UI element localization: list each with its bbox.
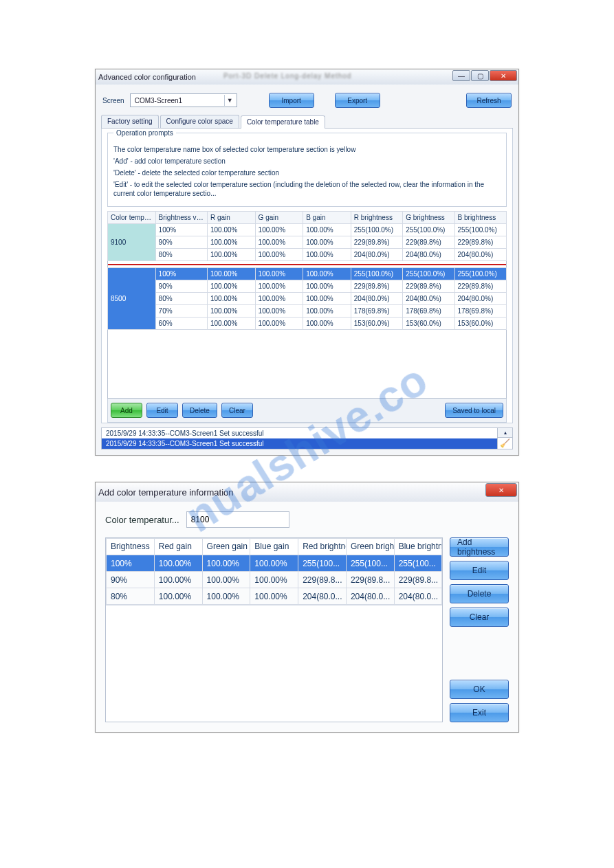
cell[interactable]: 100% (155, 224, 207, 236)
brightness-table[interactable]: Brightness Red gain Green gain Blue gain… (106, 538, 442, 605)
close-button[interactable]: ✕ (485, 483, 517, 497)
cell[interactable]: 255(100.0%) (403, 224, 454, 236)
cell[interactable]: 100.00% (303, 280, 351, 293)
table-row[interactable]: 9100100%100.00%100.00%100.00%255(100.0%)… (108, 224, 507, 236)
cell[interactable]: 100.00% (303, 268, 351, 280)
cell[interactable]: 100% (107, 555, 155, 572)
col-blue-gain[interactable]: Blue gain (250, 539, 298, 555)
cell[interactable]: 255(100.0%) (351, 224, 402, 236)
cell[interactable]: 100.00% (255, 280, 303, 293)
cell[interactable]: 100.00% (255, 305, 303, 318)
color-temp-cell[interactable]: 8500 (108, 268, 156, 330)
col-blue-brightness[interactable]: Blue brightness (394, 539, 441, 555)
cell[interactable]: 100.00% (250, 588, 298, 605)
log-row[interactable]: 2015/9/29 14:33:35--COM3-Screen1 Set suc… (102, 428, 497, 438)
cell[interactable]: 100.00% (303, 224, 351, 236)
cell[interactable]: 90% (107, 572, 155, 588)
cell[interactable]: 100.00% (250, 555, 298, 572)
cell[interactable]: 255(100... (298, 555, 347, 572)
cell[interactable]: 229(89.8%) (351, 236, 402, 249)
exit-button[interactable]: Exit (450, 703, 509, 722)
cell[interactable]: 229(89.8%) (454, 236, 506, 249)
col-g-brightness[interactable]: G brightness (403, 212, 454, 224)
edit-button[interactable]: Edit (146, 403, 178, 418)
col-green-brightness[interactable]: Green brightness (346, 539, 394, 555)
cell[interactable]: 100.00% (207, 318, 255, 330)
cell[interactable]: 255(100... (346, 555, 394, 572)
ok-button[interactable]: OK (450, 680, 509, 699)
cell[interactable]: 100.00% (202, 572, 250, 588)
cell[interactable]: 100.00% (207, 305, 255, 318)
cell[interactable]: 178(69.8%) (403, 305, 454, 318)
color-temperature-table[interactable]: Color temperature Brightness value R gai… (107, 211, 507, 330)
cell[interactable]: 80% (155, 249, 207, 261)
col-color-temperature[interactable]: Color temperature (108, 212, 156, 224)
edit-button[interactable]: Edit (450, 561, 509, 580)
titlebar[interactable]: Add color temperature information ✕ (96, 482, 518, 502)
col-brightness[interactable]: Brightness (107, 539, 155, 555)
scroll-up-button[interactable]: ▴ (497, 428, 512, 438)
cell[interactable]: 100% (155, 268, 207, 280)
cell[interactable]: 100.00% (255, 268, 303, 280)
cell[interactable]: 100.00% (250, 572, 298, 588)
table-row[interactable]: 60%100.00%100.00%100.00%153(60.0%)153(60… (108, 318, 507, 330)
cell[interactable]: 229(89.8... (394, 572, 441, 588)
cell[interactable]: 204(80.0%) (403, 249, 454, 261)
cell[interactable]: 153(60.0%) (403, 318, 454, 330)
cell[interactable]: 178(69.8%) (351, 305, 402, 318)
table-row[interactable]: 80%100.00%100.00%100.00%204(80.0%)204(80… (108, 249, 507, 261)
table-row[interactable]: 80%100.00%100.00%100.00%204(80.0...204(8… (107, 588, 442, 605)
cell[interactable]: 255(100.0%) (351, 268, 402, 280)
cell[interactable]: 90% (155, 280, 207, 293)
log-list[interactable]: 2015/9/29 14:33:35--COM3-Screen1 Set suc… (102, 428, 497, 449)
cell[interactable]: 204(80.0%) (351, 293, 402, 305)
add-brightness-button[interactable]: Add brightness (450, 537, 509, 557)
col-brightness-value[interactable]: Brightness value (155, 212, 207, 224)
cell[interactable]: 100.00% (255, 318, 303, 330)
color-temperature-input[interactable] (186, 511, 289, 528)
cell[interactable]: 255(100.0%) (454, 224, 506, 236)
cell[interactable]: 100.00% (154, 572, 202, 588)
maximize-button[interactable]: ▢ (471, 70, 489, 81)
cell[interactable]: 100.00% (303, 236, 351, 249)
cell[interactable]: 100.00% (207, 236, 255, 249)
table-row[interactable]: 90%100.00%100.00%100.00%229(89.8...229(8… (107, 572, 442, 588)
cell[interactable]: 229(89.8... (298, 572, 347, 588)
cell[interactable]: 100.00% (303, 293, 351, 305)
minimize-button[interactable]: — (452, 70, 470, 81)
cell[interactable]: 100.00% (202, 555, 250, 572)
cell[interactable]: 204(80.0%) (454, 249, 506, 261)
cell[interactable]: 70% (155, 305, 207, 318)
col-green-gain[interactable]: Green gain (202, 539, 250, 555)
log-row[interactable]: 2015/9/29 14:33:35--COM3-Screen1 Set suc… (102, 438, 497, 449)
clear-button[interactable]: Clear (221, 403, 253, 418)
import-button[interactable]: Import (269, 93, 314, 108)
cell[interactable]: 153(60.0%) (351, 318, 402, 330)
cell[interactable]: 255(100... (394, 555, 441, 572)
cell[interactable]: 80% (107, 588, 155, 605)
col-b-brightness[interactable]: B brightness (454, 212, 506, 224)
cell[interactable]: 100.00% (202, 588, 250, 605)
cell[interactable]: 255(100.0%) (403, 268, 454, 280)
cell[interactable]: 100.00% (207, 293, 255, 305)
cell[interactable]: 204(80.0... (298, 588, 347, 605)
close-button[interactable]: ✕ (490, 70, 517, 81)
titlebar[interactable]: Advanced color configuration Port-3D Del… (96, 69, 518, 85)
table-row[interactable]: 8500100%100.00%100.00%100.00%255(100.0%)… (108, 268, 507, 280)
col-r-brightness[interactable]: R brightness (351, 212, 402, 224)
table-row[interactable]: 70%100.00%100.00%100.00%178(69.8%)178(69… (108, 305, 507, 318)
cell[interactable]: 204(80.0... (394, 588, 441, 605)
cell[interactable]: 100.00% (255, 293, 303, 305)
col-red-gain[interactable]: Red gain (154, 539, 202, 555)
cell[interactable]: 100.00% (154, 588, 202, 605)
refresh-button[interactable]: Refresh (466, 93, 512, 108)
cell[interactable]: 100.00% (207, 249, 255, 261)
tab-factory-setting[interactable]: Factory setting (101, 115, 159, 128)
cell[interactable]: 80% (155, 293, 207, 305)
delete-button[interactable]: Delete (450, 584, 509, 603)
cell[interactable]: 255(100.0%) (454, 268, 506, 280)
col-g-gain[interactable]: G gain (255, 212, 303, 224)
cell[interactable]: 204(80.0%) (454, 293, 506, 305)
add-button[interactable]: Add (111, 403, 142, 418)
col-b-gain[interactable]: B gain (303, 212, 351, 224)
